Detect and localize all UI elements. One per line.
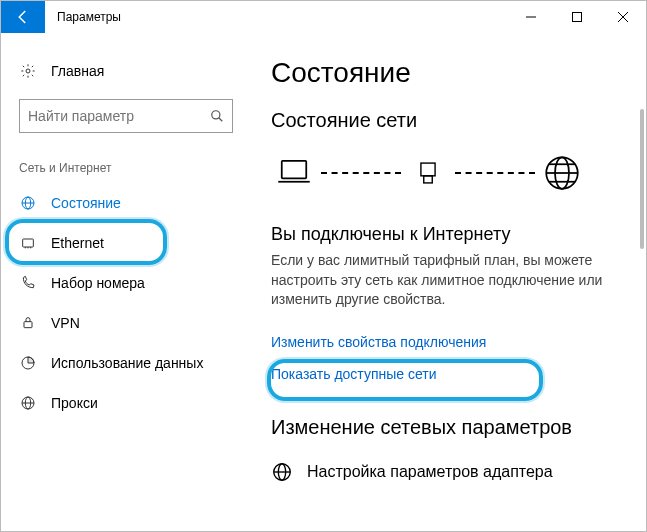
connected-description: Если у вас лимитный тарифный план, вы мо… bbox=[271, 251, 611, 310]
search-icon bbox=[210, 109, 224, 123]
adapter-settings-label: Настройка параметров адаптера bbox=[307, 463, 553, 481]
app-title: Параметры bbox=[45, 1, 121, 33]
search-input[interactable] bbox=[28, 108, 210, 124]
page-title: Состояние bbox=[271, 57, 646, 89]
sidebar: Главная Сеть и Интернет Состояние Et bbox=[1, 33, 251, 531]
svg-rect-17 bbox=[421, 163, 435, 176]
ethernet-icon bbox=[19, 235, 37, 251]
settings-window: Параметры Главная Се bbox=[0, 0, 647, 532]
sidebar-home-label: Главная bbox=[51, 63, 104, 79]
sidebar-home[interactable]: Главная bbox=[1, 51, 251, 91]
sidebar-item-vpn[interactable]: VPN bbox=[1, 303, 251, 343]
sidebar-item-dialup[interactable]: Набор номера bbox=[1, 263, 251, 303]
svg-rect-18 bbox=[424, 176, 433, 183]
section-header-status: Состояние сети bbox=[271, 109, 646, 132]
sidebar-item-label: Прокси bbox=[51, 395, 98, 411]
svg-rect-11 bbox=[24, 322, 32, 328]
sidebar-item-label: VPN bbox=[51, 315, 80, 331]
search-box[interactable] bbox=[19, 99, 233, 133]
vpn-icon bbox=[19, 315, 37, 331]
globe-icon bbox=[539, 150, 585, 196]
sidebar-item-datausage[interactable]: Использование данных bbox=[1, 343, 251, 383]
section-header-params: Изменение сетевых параметров bbox=[271, 416, 646, 439]
sidebar-item-proxy[interactable]: Прокси bbox=[1, 383, 251, 423]
link-show-networks[interactable]: Показать доступные сети bbox=[271, 358, 646, 390]
svg-rect-16 bbox=[282, 161, 307, 179]
globe-icon bbox=[271, 461, 293, 483]
adapter-settings-row[interactable]: Настройка параметров адаптера bbox=[271, 455, 646, 483]
sidebar-item-status[interactable]: Состояние bbox=[1, 183, 251, 223]
network-diagram bbox=[271, 150, 646, 196]
phone-icon bbox=[19, 275, 37, 291]
connected-title: Вы подключены к Интернету bbox=[271, 224, 646, 245]
svg-line-6 bbox=[219, 118, 223, 122]
maximize-button[interactable] bbox=[554, 1, 600, 33]
dash-line bbox=[321, 172, 401, 174]
gear-icon bbox=[19, 63, 37, 79]
sidebar-group-header: Сеть и Интернет bbox=[1, 151, 251, 183]
sidebar-item-ethernet[interactable]: Ethernet bbox=[1, 223, 251, 263]
link-change-connection-props[interactable]: Изменить свойства подключения bbox=[271, 326, 646, 358]
svg-rect-10 bbox=[23, 239, 34, 247]
close-button[interactable] bbox=[600, 1, 646, 33]
sidebar-item-label: Ethernet bbox=[51, 235, 104, 251]
svg-point-5 bbox=[212, 111, 220, 119]
titlebar: Параметры bbox=[1, 1, 646, 33]
sidebar-item-label: Использование данных bbox=[51, 355, 203, 371]
sidebar-item-label: Набор номера bbox=[51, 275, 145, 291]
svg-point-4 bbox=[26, 69, 30, 73]
dash-line bbox=[455, 172, 535, 174]
main-content: Состояние Состояние сети Вы подключены к… bbox=[251, 33, 646, 531]
back-button[interactable] bbox=[1, 1, 45, 33]
minimize-button[interactable] bbox=[508, 1, 554, 33]
scrollbar-thumb[interactable] bbox=[640, 109, 644, 249]
router-icon bbox=[405, 150, 451, 196]
data-usage-icon bbox=[19, 355, 37, 371]
laptop-icon bbox=[271, 150, 317, 196]
globe-icon bbox=[19, 195, 37, 211]
sidebar-item-label: Состояние bbox=[51, 195, 121, 211]
svg-rect-1 bbox=[573, 13, 582, 22]
globe-icon bbox=[19, 395, 37, 411]
